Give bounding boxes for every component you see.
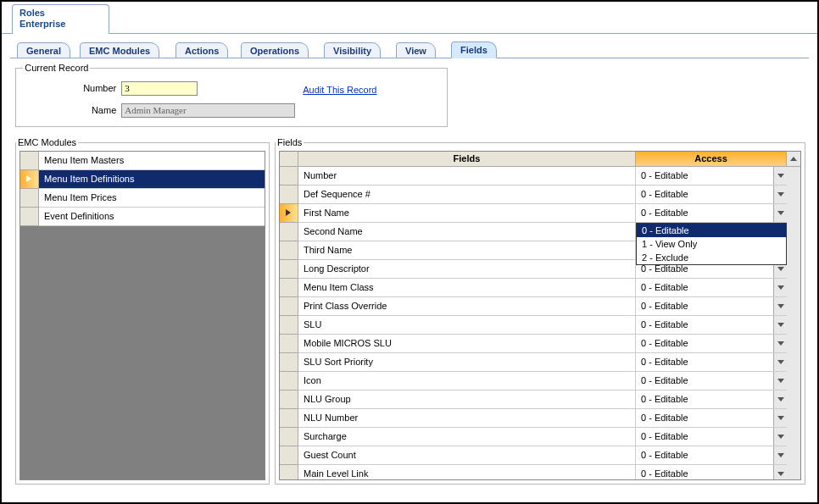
access-cell[interactable]: 0 - Editable [636,409,787,428]
dropdown-button[interactable] [773,446,787,464]
tab-roles-enterprise[interactable]: Roles Enterprise [12,4,109,34]
field-name-cell: Main Level Link [298,465,636,479]
access-cell[interactable]: 0 - Editable [636,390,787,409]
tab-general[interactable]: General [17,42,70,58]
tab-operations[interactable]: Operations [241,42,309,58]
scroll-up-button[interactable] [787,152,800,167]
list-item[interactable]: Event Definitions [20,208,265,226]
row-marker-icon [26,175,31,182]
field-name-cell: Surcharge [298,428,636,446]
tab-actions[interactable]: Actions [176,42,228,58]
table-row[interactable]: Main Level Link0 - Editable [280,465,800,479]
field-name-cell: Long Descriptor [298,260,636,279]
row-marker-icon [286,209,291,216]
field-name-cell: SLU Sort Priority [298,353,636,372]
table-row[interactable]: Icon0 - Editable [280,372,800,390]
dropdown-button[interactable] [773,204,787,222]
chevron-down-icon [777,174,784,178]
access-cell[interactable]: 0 - Editable [636,297,787,316]
access-cell[interactable]: 0 - Editable [636,372,787,390]
table-row[interactable]: Second Name0 - Editable1 - View Only2 - … [280,223,800,241]
chevron-up-icon [790,157,797,161]
dropdown-option[interactable]: 1 - View Only [637,237,786,251]
name-field [121,103,295,118]
current-record-legend: Current Record [23,63,90,73]
emc-modules-group: EMC Modules Menu Item Masters Menu Item … [15,137,270,485]
dropdown-button[interactable] [773,353,787,371]
table-corner [280,152,298,167]
table-row[interactable]: SLU Sort Priority0 - Editable [280,353,800,372]
list-item[interactable]: Menu Item Masters [20,152,265,170]
chevron-down-icon [777,360,784,364]
table-row[interactable]: Surcharge0 - Editable [280,428,800,446]
table-row[interactable]: Guest Count0 - Editable [280,446,800,465]
chevron-down-icon [777,285,784,290]
list-item[interactable]: Menu Item Prices [20,189,265,208]
tab-view[interactable]: View [396,42,436,58]
dropdown-button[interactable] [773,297,787,315]
dropdown-button[interactable] [773,372,787,390]
chevron-down-icon [777,379,784,383]
table-row[interactable]: Menu Item Class0 - Editable [280,279,800,297]
access-cell[interactable]: 0 - Editable [636,186,787,204]
chevron-down-icon [777,341,784,346]
col-access[interactable]: Access [636,152,787,167]
field-name-cell: Guest Count [298,446,636,465]
dropdown-button[interactable] [773,335,787,352]
access-cell[interactable]: 0 - Editable [636,465,787,479]
access-cell[interactable]: 0 - Editable [636,316,787,335]
access-cell[interactable]: 0 - Editable [636,446,787,465]
field-name-cell: Icon [298,372,636,390]
field-name-cell: Menu Item Class [298,279,636,297]
table-row[interactable]: SLU0 - Editable [280,316,800,335]
chevron-down-icon [777,267,784,271]
tab-emc-modules[interactable]: EMC Modules [80,42,159,58]
chevron-down-icon [777,472,784,476]
col-fields[interactable]: Fields [298,152,636,167]
audit-link[interactable]: Audit This Record [303,85,376,95]
tab-visibility[interactable]: Visibility [324,42,381,58]
chevron-down-icon [777,416,784,420]
chevron-down-icon [777,397,784,402]
dropdown-button[interactable] [773,279,787,296]
table-row[interactable]: Mobile MICROS SLU0 - Editable [280,335,800,353]
dropdown-button[interactable] [773,409,787,427]
field-name-cell: NLU Number [298,409,636,428]
access-cell[interactable]: 0 - Editable [636,279,787,297]
chevron-down-icon [777,192,784,197]
field-name-cell: Def Sequence # [298,186,636,204]
dropdown-button[interactable] [773,186,787,203]
field-name-cell: Second Name [298,223,636,241]
dropdown-button[interactable] [773,390,787,408]
table-row[interactable]: NLU Group0 - Editable [280,390,800,409]
tab-label-line1: Roles [20,8,102,19]
access-cell[interactable]: 0 - Editable [636,428,787,446]
field-name-cell: NLU Group [298,390,636,409]
table-row[interactable]: Def Sequence #0 - Editable [280,186,800,204]
table-row[interactable]: NLU Number0 - Editable [280,409,800,428]
dropdown-option[interactable]: 2 - Exclude [637,251,786,264]
field-name-cell: Print Class Override [298,297,636,316]
dropdown-button[interactable] [773,465,787,479]
table-row[interactable]: Number0 - Editable [280,167,800,186]
fields-group: Fields Fields Access Number0 - EditableD… [275,137,805,485]
access-cell[interactable]: 0 - Editable [636,353,787,372]
chevron-down-icon [777,453,784,457]
emc-modules-legend: EMC Modules [16,137,78,147]
dropdown-button[interactable] [773,316,787,334]
tab-fields[interactable]: Fields [451,42,497,58]
number-label: Number [23,83,116,93]
dropdown-option[interactable]: 0 - Editable [637,224,786,237]
access-cell[interactable]: 0 - Editable [636,167,787,186]
dropdown-button[interactable] [773,428,787,446]
table-row[interactable]: First Name0 - Editable [280,204,800,223]
list-item[interactable]: Menu Item Definitions [20,170,265,189]
access-dropdown[interactable]: 0 - Editable1 - View Only2 - Exclude [636,223,787,265]
access-cell[interactable]: 0 - Editable [636,335,787,353]
number-field[interactable] [121,81,198,96]
dropdown-button[interactable] [773,167,787,185]
access-cell[interactable]: 0 - Editable [636,204,787,223]
table-row[interactable]: Print Class Override0 - Editable [280,297,800,316]
field-name-cell: Number [298,167,636,186]
current-record-group: Current Record Number Name Audit This Re… [15,63,448,127]
